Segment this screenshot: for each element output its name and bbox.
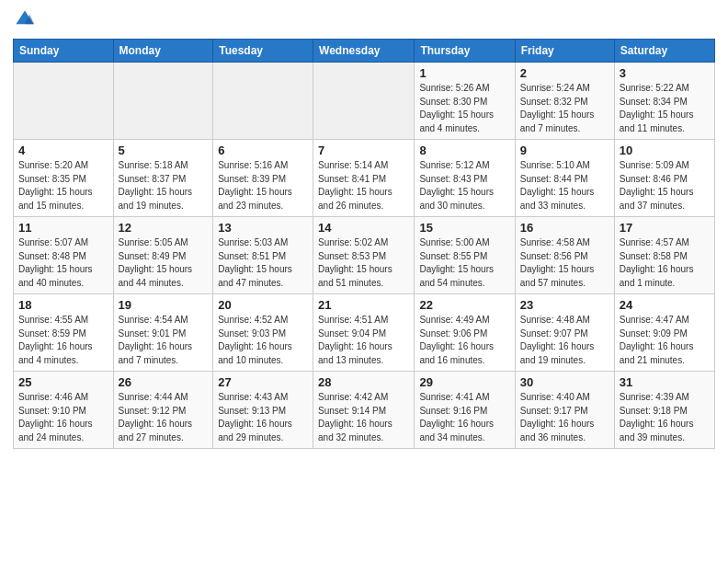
day-number: 5: [119, 144, 209, 157]
day-info: Sunrise: 5:26 AM Sunset: 8:30 PM Dayligh…: [419, 82, 509, 135]
day-info: Sunrise: 4:40 AM Sunset: 9:17 PM Dayligh…: [520, 391, 609, 444]
day-number: 27: [218, 375, 308, 389]
day-number: 13: [218, 221, 308, 235]
day-number: 31: [620, 375, 710, 389]
weekday-header: Monday: [113, 40, 213, 63]
day-number: 15: [419, 221, 509, 235]
logo-icon: [15, 9, 35, 29]
page-header: [13, 9, 715, 33]
calendar-cell: 30Sunrise: 4:40 AM Sunset: 9:17 PM Dayli…: [515, 372, 614, 449]
weekday-header: Friday: [515, 40, 614, 63]
calendar-cell: [14, 63, 114, 140]
day-info: Sunrise: 4:55 AM Sunset: 8:59 PM Dayligh…: [18, 314, 108, 367]
day-info: Sunrise: 5:14 AM Sunset: 8:41 PM Dayligh…: [318, 159, 409, 213]
calendar-cell: 9Sunrise: 5:10 AM Sunset: 8:44 PM Daylig…: [515, 140, 614, 217]
calendar-cell: 14Sunrise: 5:02 AM Sunset: 8:53 PM Dayli…: [313, 217, 415, 294]
day-info: Sunrise: 5:03 AM Sunset: 8:51 PM Dayligh…: [218, 236, 308, 290]
calendar-cell: 1Sunrise: 5:26 AM Sunset: 8:30 PM Daylig…: [415, 63, 515, 140]
day-number: 24: [620, 298, 710, 312]
day-number: 17: [620, 221, 710, 235]
day-number: 16: [520, 221, 609, 235]
calendar-cell: [113, 63, 213, 140]
weekday-header: Wednesday: [313, 40, 415, 63]
day-number: 12: [119, 221, 209, 235]
day-info: Sunrise: 4:48 AM Sunset: 9:07 PM Dayligh…: [520, 314, 609, 367]
day-info: Sunrise: 4:49 AM Sunset: 9:06 PM Dayligh…: [419, 314, 509, 367]
day-number: 2: [520, 66, 609, 80]
calendar-cell: 10Sunrise: 5:09 AM Sunset: 8:46 PM Dayli…: [614, 140, 714, 217]
calendar-cell: 2Sunrise: 5:24 AM Sunset: 8:32 PM Daylig…: [515, 63, 614, 140]
day-number: 3: [620, 66, 710, 80]
weekday-header: Thursday: [415, 40, 515, 63]
calendar-header: SundayMondayTuesdayWednesdayThursdayFrid…: [14, 40, 715, 63]
calendar-cell: 19Sunrise: 4:54 AM Sunset: 9:01 PM Dayli…: [113, 294, 213, 372]
day-info: Sunrise: 4:51 AM Sunset: 9:04 PM Dayligh…: [318, 314, 409, 367]
day-number: 19: [119, 298, 209, 312]
calendar-cell: 8Sunrise: 5:12 AM Sunset: 8:43 PM Daylig…: [415, 140, 515, 217]
calendar-cell: 22Sunrise: 4:49 AM Sunset: 9:06 PM Dayli…: [415, 294, 515, 372]
calendar-cell: 24Sunrise: 4:47 AM Sunset: 9:09 PM Dayli…: [614, 294, 714, 372]
day-info: Sunrise: 4:39 AM Sunset: 9:18 PM Dayligh…: [620, 391, 710, 444]
logo: [13, 9, 39, 33]
calendar-cell: 20Sunrise: 4:52 AM Sunset: 9:03 PM Dayli…: [213, 294, 313, 372]
calendar-cell: 11Sunrise: 5:07 AM Sunset: 8:48 PM Dayli…: [14, 217, 114, 294]
calendar-cell: 5Sunrise: 5:18 AM Sunset: 8:37 PM Daylig…: [113, 140, 213, 217]
day-number: 21: [318, 298, 409, 312]
day-number: 23: [520, 298, 609, 312]
day-info: Sunrise: 5:10 AM Sunset: 8:44 PM Dayligh…: [520, 159, 609, 213]
calendar-cell: 16Sunrise: 4:58 AM Sunset: 8:56 PM Dayli…: [515, 217, 614, 294]
day-number: 26: [119, 375, 209, 389]
calendar-cell: 27Sunrise: 4:43 AM Sunset: 9:13 PM Dayli…: [213, 372, 313, 449]
day-info: Sunrise: 5:00 AM Sunset: 8:55 PM Dayligh…: [419, 236, 509, 290]
calendar-cell: 26Sunrise: 4:44 AM Sunset: 9:12 PM Dayli…: [113, 372, 213, 449]
day-number: 18: [18, 298, 108, 312]
day-info: Sunrise: 5:07 AM Sunset: 8:48 PM Dayligh…: [18, 236, 108, 290]
day-info: Sunrise: 5:22 AM Sunset: 8:34 PM Dayligh…: [620, 82, 710, 135]
calendar-cell: 18Sunrise: 4:55 AM Sunset: 8:59 PM Dayli…: [14, 294, 114, 372]
day-number: 11: [18, 221, 108, 235]
calendar-cell: 3Sunrise: 5:22 AM Sunset: 8:34 PM Daylig…: [614, 63, 714, 140]
calendar-cell: 28Sunrise: 4:42 AM Sunset: 9:14 PM Dayli…: [313, 372, 415, 449]
calendar-cell: 29Sunrise: 4:41 AM Sunset: 9:16 PM Dayli…: [415, 372, 515, 449]
day-number: 4: [18, 144, 108, 157]
day-info: Sunrise: 5:16 AM Sunset: 8:39 PM Dayligh…: [218, 159, 308, 213]
day-info: Sunrise: 5:18 AM Sunset: 8:37 PM Dayligh…: [119, 159, 209, 213]
day-info: Sunrise: 5:09 AM Sunset: 8:46 PM Dayligh…: [620, 159, 710, 213]
calendar-cell: 4Sunrise: 5:20 AM Sunset: 8:35 PM Daylig…: [14, 140, 114, 217]
day-number: 28: [318, 375, 409, 389]
calendar-cell: 15Sunrise: 5:00 AM Sunset: 8:55 PM Dayli…: [415, 217, 515, 294]
day-info: Sunrise: 4:57 AM Sunset: 8:58 PM Dayligh…: [620, 236, 710, 290]
day-info: Sunrise: 4:46 AM Sunset: 9:10 PM Dayligh…: [18, 391, 108, 444]
day-number: 8: [419, 144, 509, 157]
day-number: 25: [18, 375, 108, 389]
day-info: Sunrise: 5:24 AM Sunset: 8:32 PM Dayligh…: [520, 82, 609, 135]
calendar-cell: 21Sunrise: 4:51 AM Sunset: 9:04 PM Dayli…: [313, 294, 415, 372]
day-number: 1: [419, 66, 509, 80]
calendar-cell: [213, 63, 313, 140]
day-number: 10: [620, 144, 710, 157]
day-info: Sunrise: 4:54 AM Sunset: 9:01 PM Dayligh…: [119, 314, 209, 367]
day-info: Sunrise: 4:52 AM Sunset: 9:03 PM Dayligh…: [218, 314, 308, 367]
calendar-cell: 12Sunrise: 5:05 AM Sunset: 8:49 PM Dayli…: [113, 217, 213, 294]
day-info: Sunrise: 5:02 AM Sunset: 8:53 PM Dayligh…: [318, 236, 409, 290]
calendar-cell: 17Sunrise: 4:57 AM Sunset: 8:58 PM Dayli…: [614, 217, 714, 294]
day-info: Sunrise: 4:58 AM Sunset: 8:56 PM Dayligh…: [520, 236, 609, 290]
weekday-header: Tuesday: [213, 40, 313, 63]
calendar-cell: 13Sunrise: 5:03 AM Sunset: 8:51 PM Dayli…: [213, 217, 313, 294]
day-number: 30: [520, 375, 609, 389]
calendar-cell: [313, 63, 415, 140]
day-info: Sunrise: 4:47 AM Sunset: 9:09 PM Dayligh…: [620, 314, 710, 367]
day-info: Sunrise: 4:41 AM Sunset: 9:16 PM Dayligh…: [419, 391, 509, 444]
calendar-cell: 23Sunrise: 4:48 AM Sunset: 9:07 PM Dayli…: [515, 294, 614, 372]
day-info: Sunrise: 5:20 AM Sunset: 8:35 PM Dayligh…: [18, 159, 108, 213]
day-number: 20: [218, 298, 308, 312]
day-number: 7: [318, 144, 409, 157]
calendar-cell: 25Sunrise: 4:46 AM Sunset: 9:10 PM Dayli…: [14, 372, 114, 449]
day-info: Sunrise: 4:42 AM Sunset: 9:14 PM Dayligh…: [318, 391, 409, 444]
calendar-cell: 6Sunrise: 5:16 AM Sunset: 8:39 PM Daylig…: [213, 140, 313, 217]
day-info: Sunrise: 5:05 AM Sunset: 8:49 PM Dayligh…: [119, 236, 209, 290]
weekday-header: Saturday: [614, 40, 714, 63]
day-info: Sunrise: 5:12 AM Sunset: 8:43 PM Dayligh…: [419, 159, 509, 213]
day-number: 6: [218, 144, 308, 157]
day-info: Sunrise: 4:44 AM Sunset: 9:12 PM Dayligh…: [119, 391, 209, 444]
